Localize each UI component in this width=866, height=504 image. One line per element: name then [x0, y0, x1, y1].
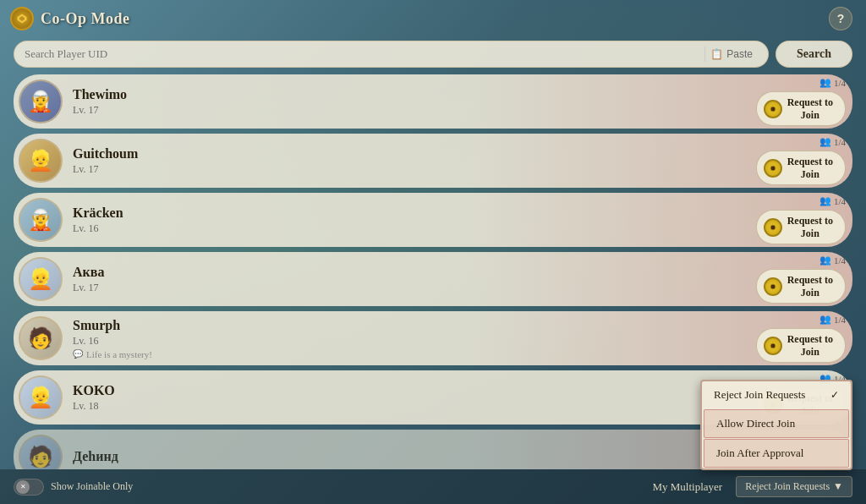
join-icon: [764, 100, 782, 118]
join-icon: [764, 277, 782, 296]
player-count: 👥 1/4: [819, 255, 846, 266]
player-level: Lv. 16: [73, 222, 746, 235]
request-join-button[interactable]: Request toJoin: [756, 210, 846, 244]
avatar: 👱: [19, 139, 63, 183]
footer-left: ✕ Show Joinable Only: [14, 479, 133, 496]
people-icon: 👥: [819, 314, 831, 325]
title-icon: [10, 7, 34, 30]
join-btn-text: Request toJoin: [787, 96, 833, 121]
request-join-button[interactable]: Request toJoin: [756, 269, 846, 304]
svg-point-6: [770, 343, 776, 348]
search-input-wrapper: 📋 Paste: [14, 41, 769, 68]
dropdown-item[interactable]: Allow Direct Join: [704, 409, 849, 438]
dropdown-item[interactable]: Join After Approval: [704, 439, 849, 468]
player-name: Thewimo: [73, 87, 746, 102]
dropdown-item[interactable]: Reject Join Requests ✓: [702, 381, 851, 408]
request-join-button[interactable]: Request toJoin: [756, 328, 846, 363]
player-level: Lv. 17: [73, 104, 746, 117]
join-icon: [764, 337, 782, 355]
people-icon: 👥: [819, 136, 831, 147]
svg-point-2: [770, 107, 776, 112]
footer: ✕ Show Joinable Only My Multiplayer Reje…: [0, 469, 866, 504]
player-name: KOKO: [73, 383, 746, 398]
status-icon: 💬: [73, 349, 83, 359]
join-section: 👥 1/4 Request toJoin: [756, 136, 846, 185]
player-info: Smurph Lv. 16 💬 Life is a mystery!: [63, 318, 756, 359]
search-button[interactable]: Search: [776, 41, 852, 68]
toggle-label: Show Joinable Only: [51, 480, 133, 493]
join-mode-button[interactable]: Reject Join Requests ▼: [736, 476, 852, 497]
join-section: 👥 1/4 Request toJoin: [756, 314, 846, 363]
dropdown-item-label: Join After Approval: [716, 446, 803, 460]
paste-button[interactable]: 📋 Paste: [704, 47, 758, 62]
join-btn-text: Request toJoin: [787, 215, 833, 239]
join-mode-current-label: Reject Join Requests: [745, 480, 830, 493]
count-value: 1/4: [834, 78, 846, 88]
avatar: 👱: [19, 257, 63, 301]
join-btn-text: Request toJoin: [787, 333, 833, 358]
player-level: Lv. 17: [73, 282, 746, 294]
avatar: 🧝: [19, 79, 63, 123]
count-value: 1/4: [834, 315, 846, 325]
avatar: 🧑: [19, 316, 63, 360]
page-title: Co-Op Mode: [41, 10, 130, 28]
player-level: Lv. 18: [73, 400, 746, 413]
paste-label: Paste: [726, 48, 753, 60]
player-count: 👥 1/4: [819, 195, 846, 206]
dropdown-item-label: Allow Direct Join: [716, 417, 795, 430]
avatar: 🧝: [19, 198, 63, 242]
dropdown-arrow-icon: ▼: [833, 480, 843, 493]
joinable-toggle[interactable]: ✕: [14, 479, 44, 496]
join-mode-dropdown-menu: Reject Join Requests ✓ Allow Direct Join…: [700, 380, 852, 470]
svg-point-4: [770, 225, 776, 230]
player-name: Kräcken: [73, 205, 746, 221]
checkmark-icon: ✓: [830, 389, 839, 402]
people-icon: 👥: [819, 255, 831, 266]
player-level: Lv. 16: [73, 335, 746, 348]
coop-window: Co-Op Mode ? 📋 Paste Search 🧝 Thewimo Lv…: [0, 0, 866, 504]
join-section: 👥 1/4 Request toJoin: [756, 195, 846, 244]
player-row: 👱 Guitchoum Lv. 17 👥 1/4 Request toJoin: [14, 134, 852, 188]
player-status: 💬 Life is a mystery!: [73, 349, 746, 359]
search-bar: 📋 Paste Search: [0, 37, 866, 74]
request-join-button[interactable]: Request toJoin: [756, 91, 846, 126]
help-button[interactable]: ?: [829, 7, 852, 30]
toggle-knob: ✕: [16, 480, 30, 494]
svg-point-3: [770, 166, 776, 171]
player-name: Smurph: [73, 318, 746, 333]
join-section: 👥 1/4 Request toJoin: [756, 77, 846, 126]
player-count: 👥 1/4: [819, 314, 846, 325]
avatar: 👱: [19, 375, 63, 419]
search-input[interactable]: [25, 47, 704, 61]
title-left: Co-Op Mode: [10, 7, 130, 30]
join-btn-text: Request toJoin: [787, 156, 833, 180]
player-info: Аква Lv. 17: [63, 265, 756, 294]
join-mode-dropdown: Reject Join Requests ▼ Reject Join Reque…: [736, 476, 852, 497]
footer-right: My Multiplayer Reject Join Requests ▼ Re…: [652, 476, 852, 497]
join-section: 👥 1/4 Request toJoin: [756, 255, 846, 304]
count-value: 1/4: [834, 255, 846, 266]
player-row: 👱 Аква Lv. 17 👥 1/4 Request toJoin: [14, 252, 852, 306]
dropdown-item-label: Reject Join Requests: [714, 388, 805, 402]
paste-icon: 📋: [710, 48, 723, 60]
count-value: 1/4: [834, 196, 846, 206]
player-info: KOKO Lv. 18: [63, 383, 756, 413]
join-icon: [764, 159, 782, 178]
player-level: Lv. 17: [73, 163, 746, 176]
player-info: Thewimo Lv. 17: [63, 87, 756, 117]
player-name: Guitchoum: [73, 146, 746, 162]
request-join-button[interactable]: Request toJoin: [756, 151, 846, 185]
my-multiplayer-button[interactable]: My Multiplayer: [652, 480, 722, 494]
avatar: 🧑: [19, 435, 63, 469]
player-row: 🧝 Thewimo Lv. 17 👥 1/4 Request toJoin: [14, 74, 852, 129]
player-row: 🧑 Smurph Lv. 16 💬 Life is a mystery! 👥 1…: [14, 311, 852, 365]
people-icon: 👥: [819, 195, 831, 206]
player-name: Аква: [73, 265, 746, 280]
svg-point-5: [770, 284, 776, 289]
join-icon: [764, 218, 782, 237]
people-icon: 👥: [819, 77, 831, 88]
player-count: 👥 1/4: [819, 77, 846, 88]
join-btn-text: Request toJoin: [787, 274, 833, 299]
title-bar: Co-Op Mode ?: [0, 0, 866, 37]
player-row: 🧝 Kräcken Lv. 16 👥 1/4 Request toJoin: [14, 193, 852, 247]
